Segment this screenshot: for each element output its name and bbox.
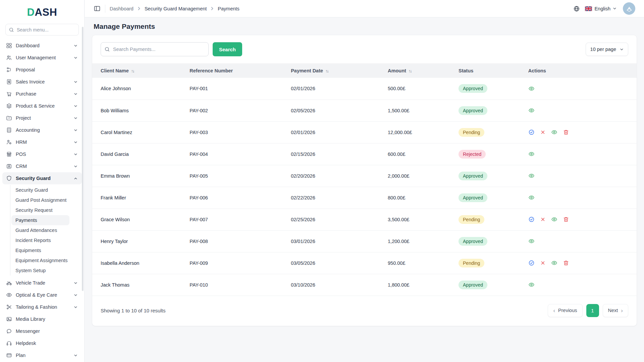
- cell-amount: 600.00£: [382, 143, 453, 165]
- sidebar-subitem-equipments[interactable]: Equipments: [11, 245, 69, 255]
- sidebar-subitem-incident-reports[interactable]: Incident Reports: [11, 235, 69, 245]
- per-page-select[interactable]: 10 per page: [586, 43, 628, 56]
- sidebar-item-plan[interactable]: Plan: [2, 349, 82, 361]
- status-badge: Approved: [459, 172, 487, 180]
- sidebar-subitem-equipment-assignments[interactable]: Equipment Assignments: [11, 255, 69, 265]
- breadcrumb-security-guard-management[interactable]: Security Guard Management: [145, 6, 207, 11]
- sidebar-toggle-button[interactable]: [94, 5, 101, 12]
- pagination: ‹Previous 1 Next›: [548, 304, 628, 317]
- view-payment-button[interactable]: [528, 238, 535, 244]
- sidebar-item-project[interactable]: Project: [2, 112, 82, 124]
- approve-payment-button[interactable]: [528, 129, 535, 135]
- sidebar-item-dashboard[interactable]: Dashboard: [2, 40, 82, 52]
- table-row: Frank MillerPAY-00602/22/2026800.00£Appr…: [92, 187, 637, 208]
- delete-payment-button[interactable]: [563, 260, 569, 266]
- sidebar-subitem-system-setup[interactable]: System Setup: [11, 265, 69, 276]
- app-logo[interactable]: DASH: [0, 0, 84, 23]
- cell-status: Approved: [453, 187, 523, 208]
- language-label: English: [594, 6, 610, 11]
- column-header-payment-date[interactable]: Payment Date↑↓: [285, 63, 382, 78]
- globe-icon[interactable]: [573, 5, 580, 12]
- cell-client-name: Frank Miller: [92, 187, 184, 208]
- cell-amount: 500.00£: [382, 78, 453, 100]
- sidebar-item-tailoring-fashion[interactable]: Tailoring & Fashion: [2, 301, 82, 313]
- cell-payment-date: 02/20/2026: [285, 165, 382, 187]
- breadcrumb-payments[interactable]: Payments: [218, 6, 239, 11]
- cell-payment-date: 02/15/2026: [285, 143, 382, 165]
- sidebar-item-media-library[interactable]: Media Library: [2, 313, 82, 325]
- sidebar-subitem-security-request[interactable]: Security Request: [11, 205, 69, 215]
- sidebar-item-user-management[interactable]: User Management: [2, 52, 82, 64]
- sidebar-item-crm[interactable]: CRM: [2, 160, 82, 172]
- column-header-client-name[interactable]: Client Name↑↓: [92, 63, 184, 78]
- users-icon: [6, 55, 12, 61]
- status-badge: Pending: [459, 128, 484, 137]
- sidebar-item-accounting[interactable]: Accounting: [2, 124, 82, 136]
- column-header-amount[interactable]: Amount↑↓: [382, 63, 453, 78]
- sidebar-item-purchase[interactable]: Purchase: [2, 88, 82, 100]
- table-row: Alice JohnsonPAY-00102/01/2026500.00£App…: [92, 78, 637, 100]
- status-badge: Pending: [459, 259, 484, 267]
- view-payment-button[interactable]: [528, 282, 535, 288]
- view-payment-button[interactable]: [528, 194, 535, 201]
- view-payment-button[interactable]: [551, 216, 557, 223]
- view-payment-button[interactable]: [528, 173, 535, 179]
- image-icon: [6, 316, 12, 322]
- view-payment-button[interactable]: [528, 151, 535, 157]
- reject-payment-button[interactable]: [540, 217, 546, 222]
- sidebar-item-hrm[interactable]: HRM: [2, 136, 82, 148]
- layers-icon: [6, 103, 12, 109]
- cell-actions: [523, 187, 637, 208]
- view-payment-button[interactable]: [528, 107, 535, 114]
- previous-page-button[interactable]: ‹Previous: [548, 304, 582, 317]
- column-header-actions: Actions: [523, 63, 637, 78]
- breadcrumb-dashboard[interactable]: Dashboard: [110, 6, 133, 11]
- cell-reference-number: PAY-003: [184, 121, 285, 143]
- sidebar-subitem-guard-attendances[interactable]: Guard Attendances: [11, 225, 69, 235]
- sidebar-item-proposal[interactable]: Proposal: [2, 64, 82, 76]
- sidebar-item-messenger[interactable]: Messenger: [2, 325, 82, 337]
- sidebar-subitem-guard-post-assignment[interactable]: Guard Post Assignment: [11, 195, 69, 205]
- page-1-button[interactable]: 1: [586, 304, 599, 317]
- cell-payment-date: 02/01/2026: [285, 121, 382, 143]
- sidebar-subitem-payments[interactable]: Payments: [11, 215, 69, 225]
- sidebar-item-helpdesk[interactable]: Helpdesk: [2, 337, 82, 349]
- view-payment-button[interactable]: [551, 260, 557, 266]
- sidebar-search-input[interactable]: [5, 24, 79, 36]
- sidebar-item-optical-eye-care[interactable]: Optical & Eye Care: [2, 289, 82, 301]
- logo-accent-letter: D: [27, 6, 35, 18]
- search-button[interactable]: Search: [213, 42, 242, 56]
- eye-icon: [6, 292, 12, 298]
- sidebar-item-pos[interactable]: POS: [2, 148, 82, 160]
- sidebar-item-product-service[interactable]: Product & Service: [2, 100, 82, 112]
- reject-payment-button[interactable]: [540, 129, 546, 135]
- delete-payment-button[interactable]: [563, 129, 569, 135]
- cell-client-name: Alice Johnson: [92, 78, 184, 100]
- sidebar-item-sales-invoice[interactable]: Sales Invoice: [2, 76, 82, 88]
- chevron-down-icon: [74, 153, 77, 156]
- view-payment-button[interactable]: [528, 85, 535, 92]
- language-selector[interactable]: English: [585, 6, 616, 11]
- reject-payment-button[interactable]: [540, 260, 546, 266]
- cell-amount: 1,200.00£: [382, 230, 453, 252]
- sort-icon[interactable]: ↑↓: [131, 69, 134, 73]
- view-payment-button[interactable]: [551, 129, 557, 135]
- sidebar-item-security-guard[interactable]: Security Guard: [2, 172, 82, 184]
- cell-actions: [523, 165, 637, 187]
- sidebar-item-vehicle-trade[interactable]: Vehicle Trade: [2, 277, 82, 289]
- table-footer: Showing 1 to 10 of 10 results ‹Previous …: [92, 296, 637, 317]
- approve-payment-button[interactable]: [528, 216, 535, 223]
- sidebar-subitem-security-guard[interactable]: Security Guard: [11, 185, 69, 195]
- delete-payment-button[interactable]: [563, 216, 569, 223]
- payments-search-input[interactable]: [101, 42, 209, 56]
- next-page-button[interactable]: Next›: [603, 304, 629, 317]
- cell-actions: [523, 252, 637, 274]
- sidebar-scrollbar[interactable]: [82, 27, 84, 291]
- user-avatar[interactable]: [623, 2, 635, 15]
- sort-icon[interactable]: ↑↓: [409, 69, 412, 73]
- sort-icon[interactable]: ↑↓: [325, 69, 328, 73]
- cell-amount: 1,800.00£: [382, 274, 453, 296]
- bike-icon: [6, 280, 12, 286]
- cell-payment-date: 02/05/2026: [285, 100, 382, 121]
- approve-payment-button[interactable]: [528, 260, 535, 266]
